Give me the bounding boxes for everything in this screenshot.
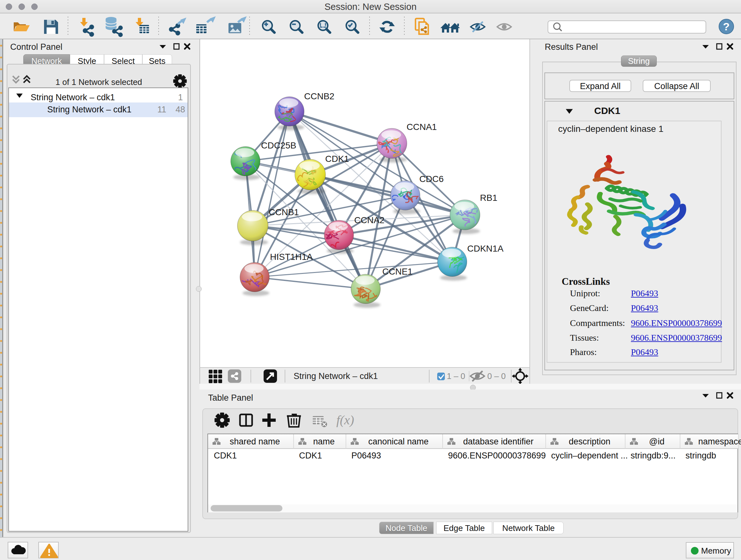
- svg-text:String Network – cdk1: String Network – cdk1: [293, 371, 378, 381]
- svg-text:CDK1: CDK1: [325, 154, 349, 164]
- svg-text:0 – 0: 0 – 0: [487, 371, 506, 381]
- svg-text:CDC25B: CDC25B: [261, 140, 296, 150]
- svg-text:f(x): f(x): [336, 413, 354, 427]
- svg-text:CCNB1: CCNB1: [269, 207, 299, 217]
- svg-text:HIST1H1A: HIST1H1A: [270, 252, 313, 262]
- svg-text:CCNA1: CCNA1: [407, 122, 437, 132]
- svg-text:CCNA2: CCNA2: [354, 215, 385, 225]
- svg-text:Memory: Memory: [701, 546, 731, 556]
- svg-text:RB1: RB1: [480, 193, 497, 203]
- svg-text:CCNB2: CCNB2: [304, 91, 334, 101]
- svg-text:?: ?: [723, 20, 730, 33]
- svg-text:1 – 0: 1 – 0: [447, 371, 465, 381]
- svg-text:CDKN1A: CDKN1A: [467, 244, 503, 253]
- svg-text:CCNE1: CCNE1: [382, 266, 413, 276]
- svg-text:CDC6: CDC6: [419, 174, 444, 184]
